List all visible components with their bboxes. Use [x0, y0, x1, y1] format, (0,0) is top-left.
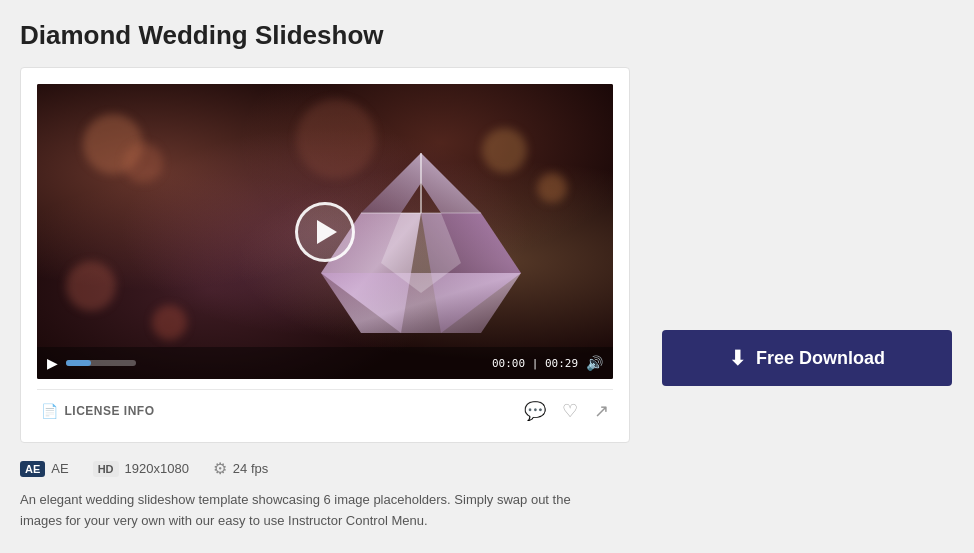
- progress-bar[interactable]: [66, 360, 136, 366]
- fps-icon: ⚙: [213, 459, 227, 478]
- play-button[interactable]: [295, 202, 355, 262]
- license-info-button[interactable]: 📄 LICENSE INFO: [41, 403, 155, 419]
- volume-icon[interactable]: 🔊: [586, 355, 603, 371]
- video-controls: ▶ 00:00 | 00:29 🔊: [37, 347, 613, 379]
- time-display: 00:00 | 00:29: [492, 357, 578, 370]
- license-file-icon: 📄: [41, 403, 59, 419]
- left-column: Diamond Wedding Slideshow: [20, 20, 630, 532]
- page-title: Diamond Wedding Slideshow: [20, 20, 630, 51]
- heart-icon[interactable]: ♡: [562, 400, 578, 422]
- download-label: Free Download: [756, 348, 885, 369]
- license-label: LICENSE INFO: [65, 404, 155, 418]
- fps-label: 24 fps: [233, 461, 268, 476]
- free-download-button[interactable]: ⬇ Free Download: [662, 330, 952, 386]
- control-play-button[interactable]: ▶: [47, 356, 58, 370]
- meta-resolution: HD 1920x1080: [93, 461, 189, 477]
- resolution-label: 1920x1080: [125, 461, 189, 476]
- share-icon[interactable]: ↗: [594, 400, 609, 422]
- meta-fps: ⚙ 24 fps: [213, 459, 268, 478]
- comment-icon[interactable]: 💬: [524, 400, 546, 422]
- footer-actions: 💬 ♡ ↗: [524, 400, 609, 422]
- progress-fill: [66, 360, 91, 366]
- description-text: An elegant wedding slideshow template sh…: [20, 490, 600, 532]
- meta-row: AE AE HD 1920x1080 ⚙ 24 fps: [20, 459, 630, 478]
- video-card: ▶ 00:00 | 00:29 🔊 📄 LICENSE INFO 💬 ♡ ↗: [20, 67, 630, 443]
- app-label: AE: [51, 461, 68, 476]
- download-icon: ⬇: [729, 346, 746, 370]
- ae-badge: AE: [20, 461, 45, 477]
- meta-app: AE AE: [20, 461, 69, 477]
- video-footer: 📄 LICENSE INFO 💬 ♡ ↗: [37, 389, 613, 426]
- play-icon: [317, 220, 337, 244]
- video-container: ▶ 00:00 | 00:29 🔊: [37, 84, 613, 379]
- right-column: ⬇ Free Download: [660, 20, 954, 532]
- hd-badge: HD: [93, 461, 119, 477]
